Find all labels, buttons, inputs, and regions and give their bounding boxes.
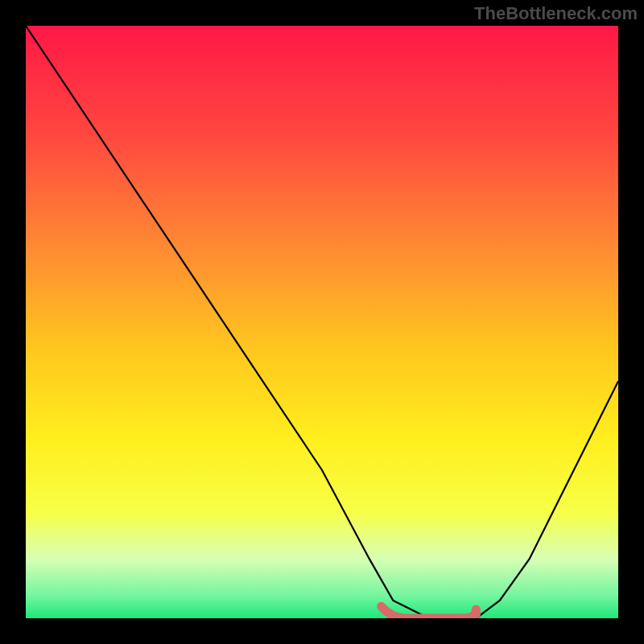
optimal-end-dot bbox=[471, 609, 481, 618]
watermark-text: TheBottleneck.com bbox=[474, 3, 638, 24]
plot-area bbox=[26, 26, 618, 618]
chart-frame: TheBottleneck.com bbox=[0, 0, 644, 644]
optimal-range-highlight bbox=[382, 606, 477, 618]
curve-layer bbox=[26, 26, 618, 618]
bottleneck-curve bbox=[26, 26, 618, 618]
